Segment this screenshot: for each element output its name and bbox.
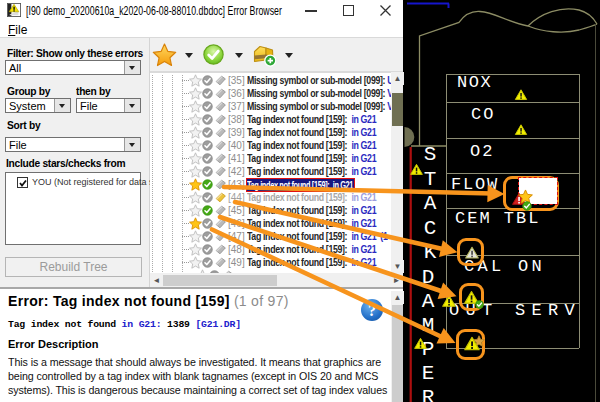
svg-text:?: ?: [368, 302, 376, 319]
